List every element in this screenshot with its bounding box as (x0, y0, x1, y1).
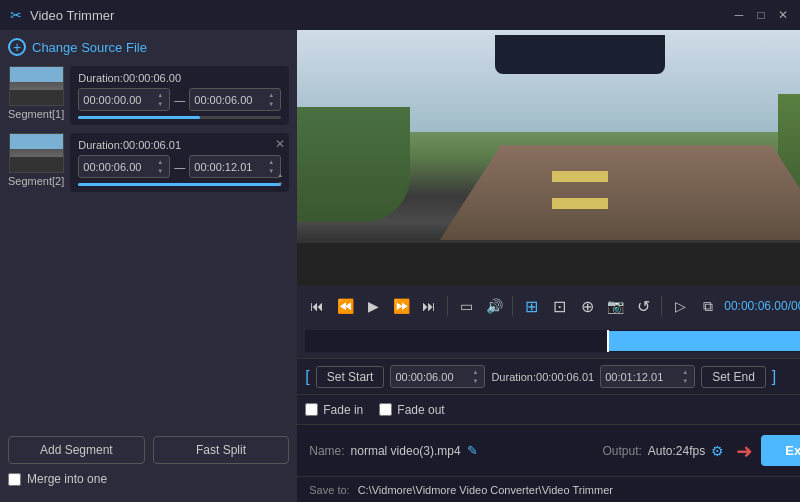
fast-split-button[interactable]: Fast Split (153, 436, 290, 464)
spin-up-3[interactable]: ▲ (155, 158, 165, 166)
end-time-down[interactable]: ▼ (680, 377, 690, 385)
end-time-input-group: ▲ ▼ (189, 88, 281, 111)
set-points-row: [ Set Start ▲ ▼ Duration:00:00:06.01 ▲ ▼… (297, 358, 800, 394)
time-spinner-3: ▲ ▼ (155, 158, 165, 175)
start-time-input-2[interactable] (83, 161, 155, 173)
set-start-button[interactable]: Set Start (316, 366, 385, 388)
start-time-input-group-2: ▲ ▼ (78, 155, 170, 178)
fade-out-label: Fade out (397, 403, 444, 417)
bottom-left: Add Segment Fast Split Merge into one (8, 428, 289, 494)
spin-down-2[interactable]: ▼ (266, 100, 276, 108)
merge-checkbox[interactable] (8, 473, 21, 486)
maximize-button[interactable]: □ (754, 8, 768, 22)
save-to-label: Save to: (309, 484, 349, 496)
add-segment-ctrl-button[interactable]: ⊕ (575, 294, 599, 318)
edit-filename-button[interactable]: ✎ (467, 443, 478, 458)
close-button[interactable]: ✕ (776, 8, 790, 22)
start-time-up[interactable]: ▲ (470, 368, 480, 376)
segment-close-button[interactable]: ✕ (275, 137, 285, 151)
fade-out-item: Fade out (379, 403, 444, 417)
volume-button[interactable]: 🔊 (482, 294, 506, 318)
name-label: Name: (309, 444, 344, 458)
spin-up-4[interactable]: ▲ (266, 158, 276, 166)
split-button[interactable]: ⊡ (547, 294, 571, 318)
segment-duration: Duration:00:00:06.00 (78, 72, 281, 84)
start-time-input[interactable] (83, 94, 155, 106)
save-row: Save to: C:\Vidmore\Vidmore Video Conver… (297, 476, 800, 502)
title-bar-left: ✂ Video Trimmer (10, 7, 114, 23)
duration-label: Duration:00:00:06.01 (491, 371, 594, 383)
camera-button[interactable]: 📷 (603, 294, 627, 318)
segment-arrow-up[interactable]: ▲ (275, 171, 285, 179)
timeline-marker (607, 330, 609, 352)
segment-thumbnail (9, 66, 64, 106)
export-arrow-icon: ➜ (736, 439, 753, 463)
add-segment-button[interactable]: Add Segment (8, 436, 145, 464)
crop-button[interactable]: ▭ (454, 294, 478, 318)
end-time-up[interactable]: ▲ (680, 368, 690, 376)
playback-controls: ⏮ ⏪ ▶ ⏩ ⏭ ▭ 🔊 ⊞ ⊡ ⊕ 📷 ↺ ▷ ⧉ 00:00:06.00/… (297, 286, 800, 326)
play-button[interactable]: ▶ (361, 294, 385, 318)
segment-thumbnail-2 (9, 133, 64, 173)
segment-arrow-down[interactable]: ▼ (275, 180, 285, 188)
segment-duration-2: Duration:00:00:06.01 (78, 139, 281, 151)
minimize-button[interactable]: ─ (732, 8, 746, 22)
file-name-value: normal video(3).mp4 (351, 444, 461, 458)
end-time-input-2[interactable] (194, 161, 266, 173)
segment-controls: Duration:00:00:06.00 ▲ ▼ — (70, 66, 289, 125)
play-segment-button[interactable]: ▷ (668, 294, 692, 318)
export-button[interactable]: Export (761, 435, 800, 466)
segment-label: Segment[1] (8, 108, 64, 120)
time-spinner: ▲ ▼ (155, 91, 165, 108)
main-container: + Change Source File Segment[1] Duration… (0, 30, 800, 502)
spin-down[interactable]: ▼ (155, 100, 165, 108)
timeline-track[interactable] (305, 330, 800, 352)
spin-up[interactable]: ▲ (155, 91, 165, 99)
skip-end-button[interactable]: ⏭ (417, 294, 441, 318)
spin-up-2[interactable]: ▲ (266, 91, 276, 99)
end-time-input[interactable] (194, 94, 266, 106)
fade-in-item: Fade in (305, 403, 363, 417)
end-time-input-group-2: ▲ ▼ (189, 155, 281, 178)
clip-button[interactable]: ⧉ (696, 294, 720, 318)
output-settings-button[interactable]: ⚙ (711, 443, 724, 459)
title-bar: ✂ Video Trimmer ─ □ ✕ (0, 0, 800, 30)
forward-button[interactable]: ⏩ (389, 294, 413, 318)
segment-arrows: ▲ ▼ (275, 171, 285, 188)
time-inputs: ▲ ▼ — ▲ ▼ (78, 88, 281, 111)
change-source-label: Change Source File (32, 40, 147, 55)
loop-button[interactable]: ⊞ (519, 294, 543, 318)
merge-label: Merge into one (27, 472, 107, 486)
segment-item: Segment[1] Duration:00:00:06.00 ▲ ▼ — (8, 66, 289, 125)
fade-in-label: Fade in (323, 403, 363, 417)
start-time-field: ▲ ▼ (390, 365, 485, 388)
spin-down-3[interactable]: ▼ (155, 167, 165, 175)
add-icon: + (8, 38, 26, 56)
timeline-area[interactable] (297, 326, 800, 358)
rewind-button[interactable]: ⏪ (333, 294, 357, 318)
output-value: Auto:24fps (648, 444, 705, 458)
timeline-segment-fill (607, 331, 800, 351)
set-end-button[interactable]: Set End (701, 366, 766, 388)
left-panel: + Change Source File Segment[1] Duration… (0, 30, 297, 502)
segments-area: Segment[1] Duration:00:00:06.00 ▲ ▼ — (8, 66, 289, 428)
merge-row: Merge into one (8, 472, 289, 486)
fade-out-checkbox[interactable] (379, 403, 392, 416)
segment-progress-fill (78, 116, 200, 119)
fade-in-checkbox[interactable] (305, 403, 318, 416)
fade-row: Fade in Fade out (297, 394, 800, 424)
start-time-down[interactable]: ▼ (470, 377, 480, 385)
time-inputs-2: ▲ ▼ — ▲ ▼ (78, 155, 281, 178)
output-section: Output: Auto:24fps ⚙ (602, 443, 724, 459)
separator-1 (447, 296, 448, 316)
start-time-field-input[interactable] (395, 371, 470, 383)
segment-buttons: Add Segment Fast Split (8, 436, 289, 464)
separator-2 (512, 296, 513, 316)
separator-3 (661, 296, 662, 316)
start-time-input-group: ▲ ▼ (78, 88, 170, 111)
rotate-button[interactable]: ↺ (631, 294, 655, 318)
skip-start-button[interactable]: ⏮ (305, 294, 329, 318)
video-frame (297, 30, 800, 286)
change-source-button[interactable]: + Change Source File (8, 38, 289, 56)
end-time-field-input[interactable] (605, 371, 680, 383)
